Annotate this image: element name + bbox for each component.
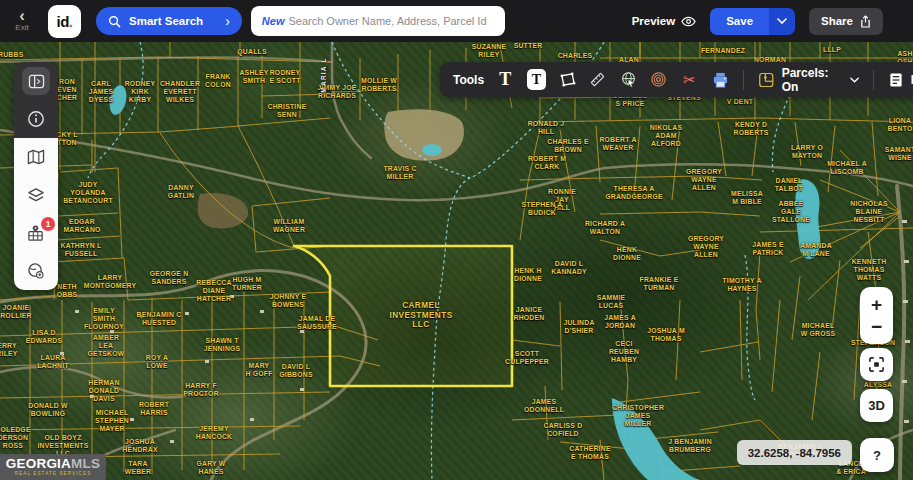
parcel-owner-label: LAURA LACHNIT [37,354,69,370]
parcel-owner-label: BENJAMIN C HUESTED [137,311,182,327]
parcel-owner-label: NIKOLAS ADAM ALFORD [650,124,682,148]
parcel-owner-label: GRUBBS [0,51,23,59]
zoom-out-button[interactable]: − [871,318,882,336]
panel-toggle-button[interactable] [14,62,58,100]
zoom-in-button[interactable]: + [871,296,882,314]
parcel-owner-label: HARRY F PROCTOR [183,382,219,398]
smart-search-button[interactable]: Smart Search › [96,7,242,35]
cut-tool[interactable]: ✂ [680,69,699,91]
mls-tagline: REAL ESTATE SERVICES [15,472,92,477]
share-icon [860,15,871,28]
panel-toggle-icon [28,74,45,89]
left-sidebar: 1 [14,62,58,290]
top-bar: ‹ Exit id. Smart Search › New Search Own… [0,0,913,42]
map-canvas[interactable]: GRUBBSQUALLSSUZANNE RILEYSUTTERCHARLESAL… [0,42,913,480]
search-icon [108,15,121,28]
polygon-tool[interactable] [558,69,577,91]
parcel-owner-label: SUTTER [514,42,543,50]
parcel-owner-label: CHANDLER EVERETT WILKES [160,80,200,104]
parcel-owner-label: ABBEE GALE STALLONE [772,200,810,224]
smart-search-label: Smart Search [129,15,203,27]
parcel-owner-label: JOHNNY E BOWENS [270,293,307,309]
parcel-owner-label: STEPHEN A BUDICK [522,201,563,217]
parcel-owner-label: ERRY RILEY [0,342,18,358]
parcel-owner-label: V DENT [727,98,753,106]
parcel-owner-label: RODNEY KIRK KIRBY [125,80,156,104]
basemap-button[interactable] [14,138,58,176]
zoom-controls: + − [860,287,893,344]
parcel-owner-label: ASHLEY SMITH [239,69,268,85]
parcel-owner-label: ROBERT M CLARK [528,155,566,171]
parcel-owner-label: REBECCA DIANE HATCHER [196,279,231,303]
info-icon [27,110,45,128]
parcel-owner-label: J BENJAMIN BRUMBERG [668,438,712,454]
parcel-owner-label: CARMEL INVESTMENTS LLC [389,301,452,330]
parcel-owner-label: MARY H GOFF [245,362,272,378]
save-button[interactable]: Save [710,8,769,35]
layers-button[interactable] [14,176,58,214]
parcel-owner-label: SHAWN T JENNINGS [204,337,241,353]
parcel-owner-label: JOSHUA HENDRAX [122,438,157,454]
parcel-owner-label: AMANDA M LANE [800,242,832,258]
parcel-owner-label: ROBERT A WEAVER [599,136,636,152]
share-button[interactable]: Share [809,8,883,35]
app-logo[interactable]: id. [48,5,81,38]
radius-rings-tool[interactable] [650,69,669,91]
globe-select-tool[interactable] [619,69,638,91]
parcel-owner-label: KENDY D ROBERTS [734,121,769,137]
map-icon [27,149,45,165]
chevron-right-icon: › [225,13,230,29]
mls-brand-right: MLS [71,456,100,471]
parcel-owner-label: CECI REUBEN HAMBY [609,340,639,364]
exit-button[interactable]: ‹ Exit [4,10,40,32]
add-location-button[interactable] [14,252,58,290]
parcel-owner-label: HENK H DIONNE [514,267,542,283]
search-input[interactable]: New Search Owner Name, Address, Parcel I… [251,6,505,36]
print-tool[interactable] [711,69,730,91]
parcel-owner-label: MELISSA M BIBLE [731,190,763,206]
parcel-owner-label: WILLIAM WAGNER [273,218,305,234]
parcel-owner-label: FRANK COLON [205,73,231,89]
parcel-owner-label: ROLEDGE DERSON ROSS [0,426,31,450]
parcel-owner-label: GREGORY WAYNE ALLEN [686,168,722,192]
text-tool[interactable]: T [496,69,515,91]
parcel-owner-label: DANNY GATLIN [168,184,194,200]
parcels-panel-button[interactable]: 1 [14,214,58,252]
parcel-owner-label: KENNETH THOMAS WATTS [852,258,887,282]
parcel-owner-label: LARRY MONTGOMERY [84,274,136,290]
recenter-button[interactable] [860,348,893,381]
save-button-group: Save [710,8,795,35]
parcel-owner-label: SAMANT WISNE [885,146,913,162]
save-options-caret[interactable] [769,8,795,35]
parcel-owner-label: LIONA BENTO [888,117,913,133]
parcel-owner-label: JULINDA D'SHIER [563,319,594,335]
ruler-tool[interactable] [589,69,608,91]
parcel-owner-label: EDGAR MARCANO [63,218,100,234]
parcel-owner-label: SAMMIE LUCAS [597,294,626,310]
text-box-tool-active[interactable]: T [527,69,546,90]
help-button[interactable]: ? [860,438,894,472]
notification-badge: 1 [41,217,55,231]
parcel-owner-label: SCOTT CULPEPPER [505,350,549,366]
search-new-prefix: New [262,15,285,27]
globe-cursor-icon [620,71,637,88]
parcel-owner-label: CKY L TTON [56,131,78,147]
preview-button[interactable]: Preview [632,15,696,27]
parcel-owner-label: MICHAEL W GROSS [801,322,836,338]
parcels-toggle[interactable]: Parcels: On [758,66,859,94]
reports-menu[interactable]: Reports [888,72,913,88]
tools-label: Tools [453,73,484,87]
parcel-owner-label: JAMES A JORDAN [604,314,636,330]
toolbar-divider [873,70,874,90]
parcel-owner-label: MOLLIE W ROBERTS [361,77,397,93]
three-d-button[interactable]: 3D [860,389,893,422]
parcel-owner-label: QUALLS [237,48,266,56]
parcel-owner-label: ROY A LOWE [146,354,168,370]
info-button[interactable] [14,100,58,138]
road-label: MARIA L [320,57,327,92]
parcel-owner-label: CHRISTOPHER JAMES MILLER [612,404,664,428]
parcel-owner-label: JOANIE ROLLIER [0,304,32,320]
polygon-icon [559,72,576,87]
parcel-owner-label: FRANKIE E TURMAN [640,276,679,292]
parcel-owner-label: RON EVEN CHER [57,78,77,102]
